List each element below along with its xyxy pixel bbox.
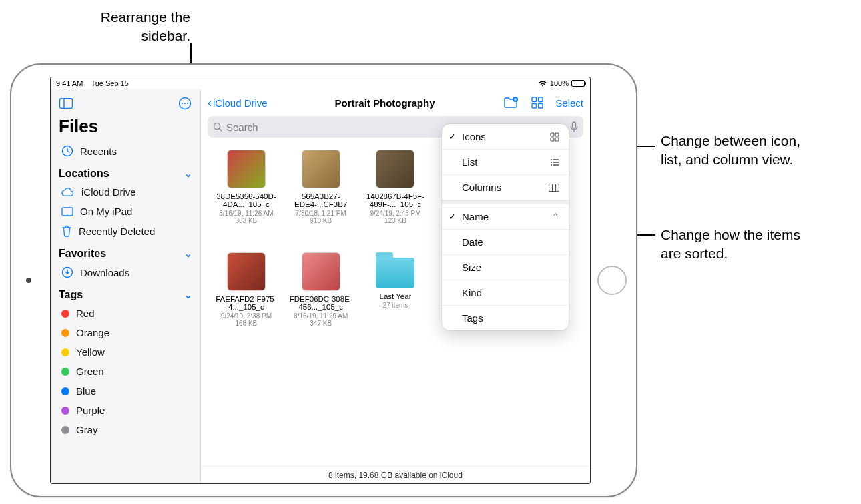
sort-option-date[interactable]: Date: [442, 230, 569, 255]
tag-dot: [61, 329, 69, 337]
sort-option-tags[interactable]: Tags: [442, 306, 569, 330]
tag-dot: [61, 310, 69, 318]
sidebar-item-recently-deleted[interactable]: Recently Deleted: [53, 221, 198, 241]
svg-rect-17: [573, 122, 576, 128]
sidebar-tag-orange[interactable]: Orange: [53, 323, 198, 342]
tag-dot: [61, 348, 69, 356]
tag-dot: [61, 387, 69, 395]
svg-rect-19: [555, 133, 559, 136]
clock-icon: [61, 145, 73, 157]
file-thumbnail: [376, 150, 414, 188]
battery-pct: 100%: [550, 79, 569, 87]
sidebar-item-recents[interactable]: Recents: [53, 141, 198, 161]
view-option-columns[interactable]: Columns: [442, 175, 569, 200]
tag-dot: [61, 368, 69, 376]
list-icon: [550, 158, 559, 166]
search-icon: [213, 122, 222, 132]
select-button[interactable]: Select: [555, 97, 583, 109]
chevron-down-icon: ⌄: [184, 168, 192, 179]
camera-dot: [26, 278, 31, 283]
file-thumbnail: [302, 252, 340, 291]
sidebar-item-downloads[interactable]: Downloads: [53, 262, 198, 282]
annotation-sort: Change how the items are sorted.: [661, 226, 800, 264]
sidebar-section-favorites[interactable]: Favorites ⌄: [51, 241, 200, 262]
file-date: 7/30/18, 1:21 PM: [296, 210, 346, 217]
sidebar-item-label: iCloud Drive: [81, 186, 136, 198]
trash-icon: [61, 225, 72, 237]
file-size: 123 KB: [384, 217, 406, 224]
file-size: 363 KB: [235, 217, 257, 224]
sidebar-tag-purple[interactable]: Purple: [53, 401, 198, 420]
chevron-up-icon: ⌃: [552, 212, 559, 222]
nav-bar: ‹ iCloud Drive Portrait Photography Sele…: [201, 89, 590, 116]
sidebar-tag-red[interactable]: Red: [53, 304, 198, 323]
sidebar-item-label: Blue: [76, 385, 96, 397]
ipad-icon: [61, 207, 73, 216]
file-item[interactable]: 38DE5356-540D-4DA..._105_c 8/16/19, 11:2…: [212, 150, 281, 250]
microphone-icon[interactable]: [570, 121, 578, 132]
home-button[interactable]: [597, 266, 627, 295]
checkmark-icon: ✓: [449, 212, 456, 222]
svg-point-26: [551, 164, 552, 166]
svg-rect-13: [532, 104, 537, 109]
view-option-icons[interactable]: ✓ Icons: [442, 124, 569, 150]
sidebar-section-locations[interactable]: Locations ⌄: [51, 161, 200, 182]
sidebar-tag-gray[interactable]: Gray: [53, 420, 198, 439]
sort-option-kind[interactable]: Kind: [442, 280, 569, 306]
columns-icon: [549, 184, 559, 192]
sidebar-section-tags[interactable]: Tags ⌄: [51, 282, 200, 304]
svg-rect-14: [539, 104, 543, 109]
checkmark-icon: ✓: [449, 132, 456, 142]
file-name: FAEFAFD2-F975-4..._105_c: [212, 295, 281, 311]
folder-icon: [376, 258, 414, 288]
icloud-icon: [61, 188, 75, 197]
sidebar-item-label: Downloads: [80, 267, 129, 278]
sort-option-size[interactable]: Size: [442, 255, 569, 280]
sidebar-item-label: On My iPad: [80, 206, 132, 217]
file-item[interactable]: 565A3B27-EDE4-...CF3B7 7/30/18, 1:21 PM …: [286, 150, 356, 250]
file-thumbnail: [302, 150, 340, 188]
content-pane: ‹ iCloud Drive Portrait Photography Sele…: [201, 89, 590, 483]
file-item[interactable]: 1402867B-4F5F-489F-..._105_c 9/24/19, 2:…: [361, 150, 431, 250]
svg-point-24: [551, 162, 552, 163]
file-thumbnail: [227, 252, 266, 291]
folder-item[interactable]: Last Year 27 items: [361, 252, 431, 352]
file-name: FDEF06DC-308E-456..._105_c: [286, 295, 356, 311]
svg-rect-20: [551, 138, 554, 141]
file-name: 38DE5356-540D-4DA..._105_c: [212, 192, 281, 208]
file-date: 9/24/19, 2:38 PM: [221, 312, 272, 320]
battery-icon: [571, 80, 585, 87]
view-option-list[interactable]: List: [442, 150, 569, 175]
sidebar-tag-green[interactable]: Green: [53, 362, 198, 381]
file-item[interactable]: FDEF06DC-308E-456..._105_c 8/16/19, 11:2…: [286, 252, 356, 352]
more-options-button[interactable]: [176, 95, 194, 112]
file-date: 8/16/19, 11:26 AM: [219, 210, 273, 217]
screen: 9:41 AM Tue Sep 15 100%: [50, 77, 591, 484]
file-name: 1402867B-4F5F-489F-..._105_c: [361, 192, 431, 208]
svg-point-4: [184, 103, 186, 104]
file-size: 910 KB: [310, 217, 332, 224]
svg-rect-28: [549, 184, 559, 191]
sidebar-tag-blue[interactable]: Blue: [53, 381, 198, 401]
annotation-view: Change between icon, list, and column vi…: [661, 132, 800, 170]
status-bar: 9:41 AM Tue Sep 15 100%: [51, 77, 590, 89]
sidebar: Files Recents Locations ⌄ iCloud Drive: [51, 89, 201, 483]
sidebar-item-on-my-ipad[interactable]: On My iPad: [53, 202, 198, 221]
svg-point-5: [187, 103, 188, 104]
back-button[interactable]: ‹ iCloud Drive: [208, 96, 268, 110]
file-item[interactable]: FAEFAFD2-F975-4..._105_c 9/24/19, 2:38 P…: [212, 252, 281, 352]
sidebar-toggle-button[interactable]: [57, 95, 75, 112]
status-date: Tue Sep 15: [91, 79, 128, 87]
new-folder-button[interactable]: [502, 94, 519, 111]
svg-point-3: [182, 103, 183, 104]
file-name: Last Year: [380, 292, 412, 300]
file-count: 27 items: [383, 302, 408, 309]
sidebar-tag-yellow[interactable]: Yellow: [53, 342, 198, 362]
sidebar-item-icloud-drive[interactable]: iCloud Drive: [53, 182, 198, 202]
file-thumbnail: [227, 150, 266, 188]
sort-option-name[interactable]: ✓ Name ⌃: [442, 204, 569, 230]
chevron-down-icon: ⌄: [184, 290, 192, 300]
sidebar-item-label: Recents: [80, 146, 117, 157]
view-options-button[interactable]: [529, 94, 546, 111]
sidebar-item-label: Gray: [76, 424, 98, 435]
